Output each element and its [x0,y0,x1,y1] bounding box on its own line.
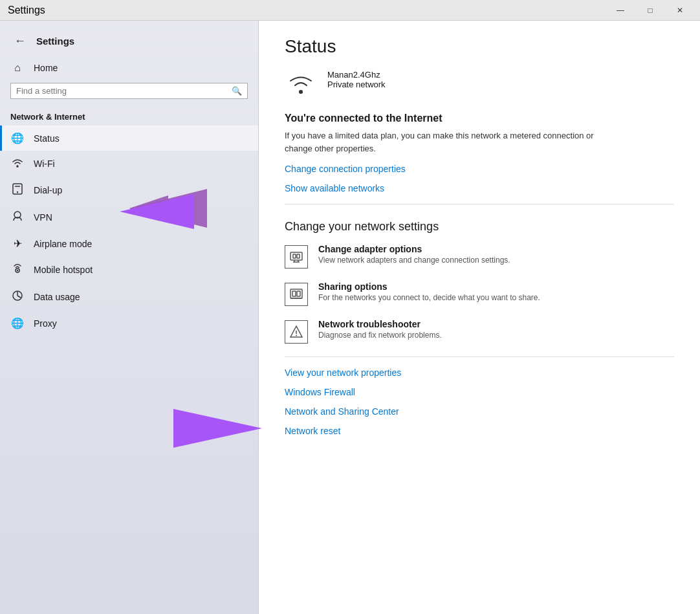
sidebar-item-vpn[interactable]: VPN [0,204,258,231]
sidebar-section-title: Network & Internet [0,107,258,126]
connected-text: You're connected to the Internet [285,113,674,124]
adapter-title: Change adapter options [318,244,510,254]
svg-point-7 [300,91,303,94]
sidebar-item-hotspot[interactable]: Mobile hotspot [0,256,258,283]
change-connection-link[interactable]: Change connection properties [285,164,674,174]
dialup-icon [10,183,25,197]
status-label: Status [34,133,60,144]
title-bar-controls: — □ ✕ [606,0,695,21]
hotspot-label: Mobile hotspot [34,265,93,275]
divider [285,204,674,204]
back-button[interactable]: ← [10,31,30,50]
datausage-label: Data usage [34,292,80,302]
search-icon: 🔍 [232,86,242,96]
sidebar-item-status[interactable]: 🌐 Status [0,126,258,151]
proxy-label: Proxy [34,318,57,329]
svg-point-2 [17,192,18,193]
network-reset-link[interactable]: Network reset [285,426,674,436]
datausage-icon [10,290,25,304]
title-bar-left: Settings [8,5,45,16]
sharing-text: Sharing options For the networks you con… [318,281,540,302]
setting-item-troubleshooter[interactable]: Network troubleshooter Diagnose and fix … [285,319,674,344]
svg-point-5 [17,270,18,271]
network-type: Private network [327,80,386,89]
airplane-icon: ✈ [10,237,25,250]
svg-rect-13 [297,254,300,258]
windows-firewall-link[interactable]: Windows Firewall [285,387,674,397]
sidebar-top: ← Settings [0,21,258,56]
adapter-text: Change adapter options View network adap… [318,244,510,265]
view-network-properties-link[interactable]: View your network properties [285,367,674,378]
wifi-connected-icon [285,71,317,102]
svg-rect-8 [290,252,302,260]
maximize-button[interactable]: □ [635,0,665,21]
back-icon: ← [14,34,26,48]
network-settings-title: Change your network settings [285,220,674,234]
minimize-button[interactable]: — [606,0,635,21]
vpn-icon [10,210,25,225]
sidebar-item-airplane[interactable]: ✈ Airplane mode [0,231,258,256]
sidebar-app-title: Settings [36,36,74,47]
search-input[interactable] [16,86,228,96]
status-icon: 🌐 [10,132,25,144]
sharing-center-link[interactable]: Network and Sharing Center [285,406,674,417]
page-title: Status [285,36,674,57]
setting-item-sharing[interactable]: Sharing options For the networks you con… [285,281,674,306]
title-bar-title: Settings [8,5,45,16]
adapter-icon [285,245,308,269]
adapter-desc: View network adapters and change connect… [318,256,510,265]
sidebar-item-dialup[interactable]: Dial-up [0,177,258,204]
troubleshooter-text: Network troubleshooter Diagnose and fix … [318,319,442,340]
hotspot-icon [10,263,25,277]
sharing-icon [285,283,308,306]
home-label: Home [34,63,58,73]
connected-desc: If you have a limited data plan, you can… [285,129,595,155]
home-icon: ⌂ [10,62,25,74]
sharing-desc: For the networks you connect to, decide … [318,293,540,302]
svg-rect-12 [293,254,296,258]
title-bar: Settings — □ ✕ [0,0,700,21]
network-name: Manan2.4Ghz [327,70,386,80]
network-info: Manan2.4Ghz Private network [327,70,386,89]
troubleshooter-desc: Diagnose and fix network problems. [318,331,442,340]
content-area: Status Manan2.4Ghz Private network You'r… [259,21,700,614]
svg-point-0 [17,166,18,167]
troubleshooter-icon [285,320,308,344]
sidebar-item-wifi[interactable]: Wi-Fi [0,151,258,177]
svg-rect-15 [292,291,296,296]
setting-item-adapter[interactable]: Change adapter options View network adap… [285,244,674,269]
divider2 [285,356,674,357]
app-body: ← Settings ⌂ Home 🔍 Network & Internet 🌐… [0,21,700,614]
svg-rect-16 [297,291,300,296]
wifi-icon [10,157,25,170]
svg-point-19 [296,335,297,336]
proxy-icon: 🌐 [10,317,25,329]
wifi-label: Wi-Fi [34,159,55,169]
sidebar-item-home[interactable]: ⌂ Home [0,56,258,80]
search-box: 🔍 [10,83,248,99]
vpn-label: VPN [34,212,52,223]
sidebar-item-proxy[interactable]: 🌐 Proxy [0,311,258,336]
airplane-label: Airplane mode [34,239,92,249]
close-button[interactable]: ✕ [665,0,695,21]
sharing-title: Sharing options [318,281,540,292]
sidebar-item-datausage[interactable]: Data usage [0,283,258,311]
show-networks-link[interactable]: Show available networks [285,183,674,193]
troubleshooter-title: Network troubleshooter [318,319,442,329]
dialup-label: Dial-up [34,185,62,195]
sidebar: ← Settings ⌂ Home 🔍 Network & Internet 🌐… [0,21,259,614]
